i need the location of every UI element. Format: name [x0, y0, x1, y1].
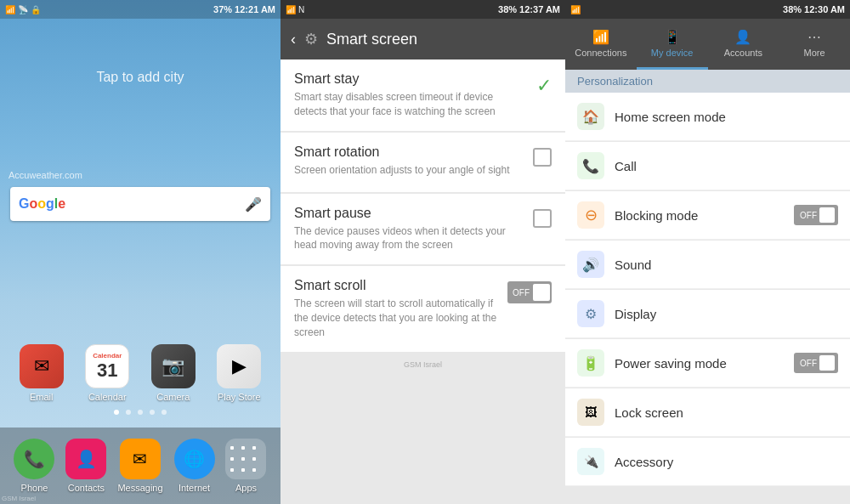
power-toggle-label: OFF [797, 359, 819, 368]
smart-battery: 38% [498, 4, 517, 14]
dock-messaging[interactable]: ✉ Messaging [117, 439, 162, 493]
internet-icon: 🌐 [174, 439, 215, 479]
sound-icon: 🔊 [577, 251, 604, 278]
dock-bar: 📞 Phone 👤 Contacts ✉ Messaging 🌐 Interne… [0, 428, 280, 504]
settings-lock-screen[interactable]: 🖼 Lock screen [565, 388, 850, 437]
settings-sound[interactable]: 🔊 Sound [565, 241, 850, 289]
call-icon: 📞 [577, 152, 604, 179]
dot-4 [150, 410, 155, 415]
home-screen-label: Home screen mode [615, 110, 838, 124]
power-label: Power saving mode [615, 356, 794, 371]
contacts-icon: 👤 [65, 439, 106, 479]
smart-header: ‹ ⚙ Smart screen [280, 19, 565, 59]
app-email[interactable]: ✉ Email [20, 344, 64, 402]
accuweather-label: Accuweather.com [8, 170, 82, 180]
blocking-toggle-label: OFF [797, 211, 819, 220]
settings-gear-icon: ⚙ [304, 30, 318, 48]
home-battery: 37% [213, 4, 232, 14]
smart-screen-panel: 📶 N 38% 12:37 AM ‹ ⚙ Smart screen Smart … [280, 0, 565, 504]
page-dots [0, 410, 280, 415]
app-calendar[interactable]: Calendar 31 Calendar [85, 344, 129, 402]
settings-wifi-icon: 📶 [570, 5, 581, 14]
dock-internet[interactable]: 🌐 Internet [174, 439, 215, 493]
toggle-off-label: OFF [509, 288, 533, 297]
settings-tabs: 📶 Connections 📱 My device 👤 Accounts ⋯ M… [565, 19, 850, 70]
blocking-toggle-handle [819, 207, 835, 223]
settings-panel: 📶 38% 12:30 AM 📶 Connections 📱 My device… [565, 0, 850, 504]
lock-icon: 🔒 [31, 5, 41, 14]
smart-scroll-control[interactable]: OFF [507, 278, 552, 303]
settings-accessory[interactable]: 🔌 Accessory [565, 438, 850, 486]
connections-icon: 📶 [592, 29, 609, 45]
pause-checkbox[interactable] [533, 209, 552, 228]
accessory-icon: 🔌 [577, 448, 604, 475]
tab-my-device[interactable]: 📱 My device [637, 19, 708, 70]
app-playstore[interactable]: ▶ Play Store [217, 344, 261, 402]
smart-stay-control[interactable]: ✓ [536, 71, 552, 97]
settings-status-left: 📶 [570, 5, 581, 14]
blocking-toggle[interactable]: OFF [794, 205, 838, 225]
settings-home-screen[interactable]: 🏠 Home screen mode [565, 93, 850, 141]
dot-5 [162, 410, 167, 415]
google-search-bar[interactable]: Google 🎤 [10, 187, 270, 221]
home-apps-grid: ✉ Email Calendar 31 Calendar 📷 Camera ▶ … [0, 344, 280, 402]
settings-call[interactable]: 📞 Call [565, 142, 850, 190]
power-icon: 🔋 [577, 349, 604, 377]
smart-stay-item[interactable]: Smart stay Smart stay disables screen ti… [280, 59, 565, 131]
lock-screen-icon: 🖼 [577, 399, 604, 426]
dock-contacts[interactable]: 👤 Contacts [65, 439, 106, 493]
phone-label: Phone [21, 483, 48, 493]
app-camera[interactable]: 📷 Camera [151, 344, 196, 402]
rotation-checkbox[interactable] [533, 148, 552, 167]
settings-content: Personalization 🏠 Home screen mode 📞 Cal… [565, 70, 850, 504]
blocking-icon: ⊖ [577, 201, 604, 229]
tab-connections[interactable]: 📶 Connections [565, 19, 637, 70]
dot-1 [114, 410, 119, 415]
smart-pause-control[interactable] [533, 206, 552, 228]
status-right-info: 37% 12:21 AM [213, 4, 275, 14]
smart-rotation-text: Smart rotation Screen orientation adjust… [294, 144, 524, 178]
home-screen: 📶 📡 🔒 37% 12:21 AM Tap to add city Accuw… [0, 0, 280, 504]
check-icon: ✓ [536, 75, 552, 97]
mydevice-label: My device [651, 48, 694, 58]
dock-phone[interactable]: 📞 Phone [14, 439, 54, 493]
camera-icon: 📷 [151, 344, 196, 388]
phone-icon: 📞 [14, 439, 54, 479]
blocking-label: Blocking mode [615, 208, 794, 223]
google-logo: Google [19, 196, 245, 212]
dot-2 [126, 410, 131, 415]
status-left-icons: 📶 📡 🔒 [5, 5, 41, 14]
back-button[interactable]: ‹ [291, 31, 296, 48]
accounts-icon: 👤 [734, 29, 751, 45]
apps-label: Apps [235, 483, 257, 493]
smart-stay-desc: Smart stay disables screen timeout if de… [294, 90, 528, 119]
calendar-icon: Calendar 31 [85, 344, 129, 388]
display-icon: ⚙ [577, 300, 604, 327]
more-label: More [804, 48, 825, 58]
power-toggle[interactable]: OFF [794, 353, 838, 373]
smart-scroll-text: Smart scroll The screen will start to sc… [294, 278, 499, 339]
mic-icon[interactable]: 🎤 [245, 196, 262, 212]
smart-scroll-desc: The screen will start to scroll automati… [294, 297, 499, 339]
smart-scroll-item[interactable]: Smart scroll The screen will start to sc… [280, 266, 565, 351]
smart-time: 12:37 AM [519, 4, 560, 14]
settings-display[interactable]: ⚙ Display [565, 290, 850, 338]
display-label: Display [615, 307, 838, 321]
smart-pause-item[interactable]: Smart pause The device pauses videos whe… [280, 194, 565, 265]
smart-rotation-item[interactable]: Smart rotation Screen orientation adjust… [280, 133, 565, 192]
messaging-label: Messaging [117, 483, 162, 493]
scroll-toggle[interactable]: OFF [507, 281, 552, 303]
settings-power[interactable]: 🔋 Power saving mode OFF [565, 339, 850, 388]
internet-label: Internet [178, 483, 210, 493]
tab-accounts[interactable]: 👤 Accounts [708, 19, 779, 70]
settings-blocking[interactable]: ⊖ Blocking mode OFF [565, 191, 850, 240]
smart-rotation-control[interactable] [533, 144, 552, 167]
connections-label: Connections [575, 48, 626, 58]
smart-status-bar: 📶 N 38% 12:37 AM [280, 0, 565, 19]
tab-more[interactable]: ⋯ More [779, 19, 850, 70]
personalization-header: Personalization [565, 70, 850, 93]
tap-to-add-label[interactable]: Tap to add city [0, 70, 280, 85]
dock-apps[interactable]: Apps [225, 439, 266, 493]
messaging-icon: ✉ [120, 439, 161, 479]
settings-status-right: 38% 12:30 AM [783, 4, 845, 14]
